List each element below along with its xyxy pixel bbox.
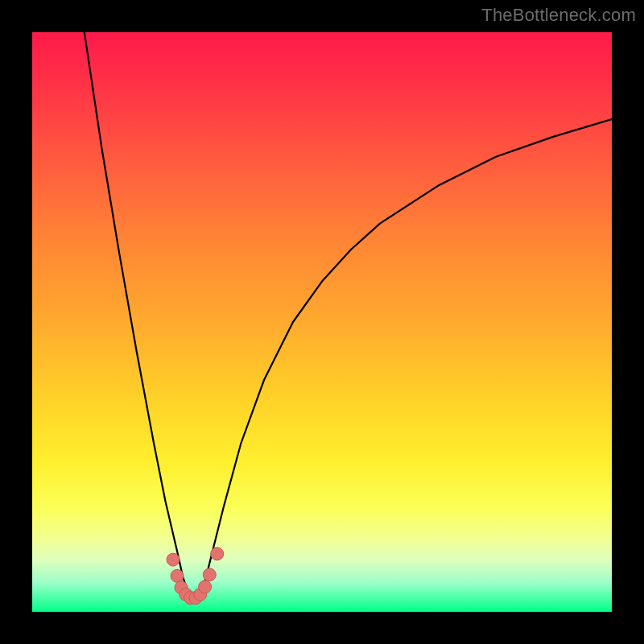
bead-point xyxy=(211,547,224,560)
bottleneck-curve xyxy=(85,32,612,601)
watermark-text: TheBottleneck.com xyxy=(481,5,636,26)
plot-area xyxy=(32,32,612,612)
bead-point xyxy=(171,569,184,582)
bead-point xyxy=(203,568,216,581)
outer-frame: TheBottleneck.com xyxy=(0,0,644,644)
trough-beads xyxy=(167,547,224,605)
bead-point xyxy=(167,553,180,566)
bead-point xyxy=(199,580,212,593)
chart-svg xyxy=(32,32,612,612)
